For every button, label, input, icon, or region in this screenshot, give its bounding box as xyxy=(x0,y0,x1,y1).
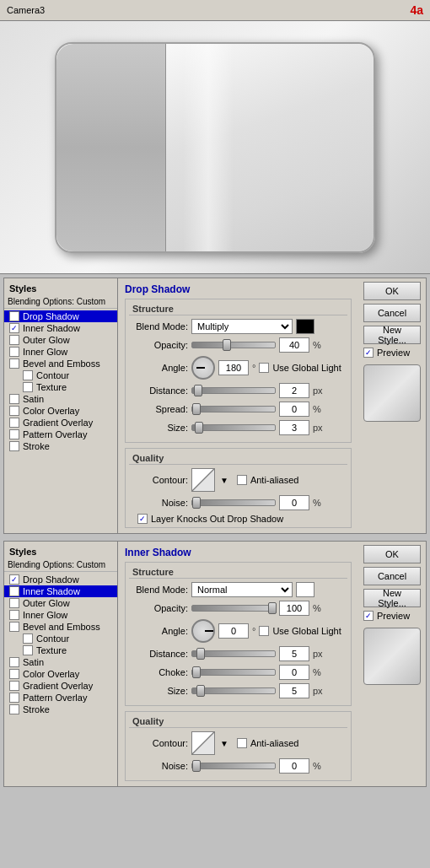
angle-dial-2[interactable] xyxy=(191,619,215,643)
spread-slider-1[interactable] xyxy=(191,406,276,412)
style-item-outer-glow-2[interactable]: Outer Glow xyxy=(4,597,117,609)
style-item-color-overlay-2[interactable]: Color Overlay xyxy=(4,668,117,680)
style-item-stroke-1[interactable]: Stroke xyxy=(4,440,117,452)
size-input-1[interactable] xyxy=(279,420,309,435)
angle-dial-1[interactable] xyxy=(191,356,215,380)
ok-button-1[interactable]: OK xyxy=(363,282,421,300)
checkbox-texture-2[interactable] xyxy=(23,645,33,655)
style-item-stroke-2[interactable]: Stroke xyxy=(4,704,117,715)
checkbox-color-overlay-1[interactable] xyxy=(9,406,19,416)
contour-dropdown-icon-1[interactable]: ▼ xyxy=(220,476,228,485)
checkbox-inner-shadow-1[interactable] xyxy=(9,323,19,333)
layer-knocks-check-1[interactable] xyxy=(137,514,148,524)
noise-slider-2[interactable] xyxy=(191,763,276,769)
checkbox-texture-1[interactable] xyxy=(23,382,33,392)
checkbox-inner-glow-2[interactable] xyxy=(9,610,19,620)
style-item-contour-1[interactable]: Contour xyxy=(4,369,117,381)
checkbox-color-overlay-2[interactable] xyxy=(9,669,19,679)
style-item-inner-shadow-2[interactable]: Inner Shadow xyxy=(4,585,117,597)
checkbox-gradient-overlay-2[interactable] xyxy=(9,681,19,691)
spread-thumb-1[interactable] xyxy=(192,403,201,415)
checkbox-satin-1[interactable] xyxy=(9,394,19,404)
blending-options-1[interactable]: Blending Options: Custom xyxy=(4,295,117,309)
anti-aliased-check-1[interactable] xyxy=(237,475,247,485)
checkbox-inner-shadow-2[interactable] xyxy=(9,586,19,596)
noise-input-1[interactable] xyxy=(279,495,309,510)
new-style-button-1[interactable]: New Style... xyxy=(363,326,421,344)
color-swatch-1[interactable] xyxy=(296,319,314,334)
distance-slider-1[interactable] xyxy=(191,387,276,394)
checkbox-pattern-overlay-2[interactable] xyxy=(9,693,19,703)
distance-slider-2[interactable] xyxy=(191,650,276,657)
opacity-thumb-1[interactable] xyxy=(223,339,231,351)
preview-check-2[interactable] xyxy=(363,611,374,621)
opacity-slider-1[interactable] xyxy=(191,342,276,348)
style-item-gradient-overlay-2[interactable]: Gradient Overlay xyxy=(4,680,117,692)
style-item-contour-2[interactable]: Contour xyxy=(4,633,117,644)
style-item-satin-2[interactable]: Satin xyxy=(4,656,117,668)
blend-mode-select-1[interactable]: Multiply xyxy=(191,319,293,334)
size-slider-2[interactable] xyxy=(191,687,276,694)
distance-input-1[interactable] xyxy=(279,383,309,398)
checkbox-inner-glow-1[interactable] xyxy=(9,347,19,357)
size-slider-1[interactable] xyxy=(191,424,276,431)
new-style-button-2[interactable]: New Style... xyxy=(363,589,421,607)
checkbox-contour-2[interactable] xyxy=(23,633,33,644)
style-item-gradient-overlay-1[interactable]: Gradient Overlay xyxy=(4,417,117,429)
style-item-satin-1[interactable]: Satin xyxy=(4,393,117,405)
blending-options-2[interactable]: Blending Options: Custom xyxy=(4,558,117,572)
opacity-input-1[interactable] xyxy=(279,337,309,353)
style-item-texture-2[interactable]: Texture xyxy=(4,644,117,656)
style-item-color-overlay-1[interactable]: Color Overlay xyxy=(4,405,117,417)
checkbox-outer-glow-1[interactable] xyxy=(9,335,19,345)
style-item-bevel-2[interactable]: Bevel and Emboss xyxy=(4,621,117,633)
checkbox-drop-shadow-1[interactable] xyxy=(9,311,19,321)
cancel-button-1[interactable]: Cancel xyxy=(363,304,421,322)
checkbox-drop-shadow-2[interactable] xyxy=(9,574,19,585)
cancel-button-2[interactable]: Cancel xyxy=(363,567,421,585)
checkbox-stroke-1[interactable] xyxy=(9,441,19,451)
noise-thumb-2[interactable] xyxy=(192,760,201,772)
style-item-pattern-overlay-1[interactable]: Pattern Overlay xyxy=(4,429,117,440)
choke-slider-2[interactable] xyxy=(191,669,276,676)
style-item-texture-1[interactable]: Texture xyxy=(4,381,117,393)
noise-thumb-1[interactable] xyxy=(192,497,201,509)
style-item-drop-shadow-2[interactable]: Drop Shadow xyxy=(4,574,117,585)
distance-thumb-2[interactable] xyxy=(196,648,205,660)
checkbox-bevel-2[interactable] xyxy=(9,622,19,632)
noise-slider-1[interactable] xyxy=(191,499,276,506)
style-item-drop-shadow-1[interactable]: Drop Shadow xyxy=(4,310,117,322)
preview-check-1[interactable] xyxy=(363,348,374,358)
anti-aliased-check-2[interactable] xyxy=(237,738,247,748)
checkbox-pattern-overlay-1[interactable] xyxy=(9,429,19,439)
style-item-bevel-1[interactable]: Bevel and Emboss xyxy=(4,358,117,369)
style-item-outer-glow-1[interactable]: Outer Glow xyxy=(4,334,117,346)
size-input-2[interactable] xyxy=(279,683,309,698)
style-item-inner-glow-2[interactable]: Inner Glow xyxy=(4,609,117,621)
checkbox-outer-glow-2[interactable] xyxy=(9,598,19,608)
size-thumb-2[interactable] xyxy=(196,685,205,697)
opacity-thumb-2[interactable] xyxy=(268,602,277,614)
checkbox-stroke-2[interactable] xyxy=(9,704,19,714)
angle-input-2[interactable] xyxy=(218,623,249,639)
choke-thumb-2[interactable] xyxy=(192,666,201,678)
contour-dropdown-icon-2[interactable]: ▼ xyxy=(220,739,228,748)
checkbox-bevel-1[interactable] xyxy=(9,359,19,369)
distance-input-2[interactable] xyxy=(279,646,309,661)
blend-mode-select-2[interactable]: Normal xyxy=(191,582,293,597)
angle-input-1[interactable] xyxy=(218,360,249,375)
checkbox-gradient-overlay-1[interactable] xyxy=(9,418,19,428)
opacity-slider-2[interactable] xyxy=(191,605,276,612)
global-light-check-2[interactable] xyxy=(259,626,269,636)
checkbox-satin-2[interactable] xyxy=(9,657,19,667)
contour-preview-2[interactable] xyxy=(191,731,215,755)
choke-input-2[interactable] xyxy=(279,665,309,680)
opacity-input-2[interactable] xyxy=(279,601,309,616)
contour-preview-1[interactable] xyxy=(191,468,215,492)
distance-thumb-1[interactable] xyxy=(194,385,202,396)
color-swatch-2[interactable] xyxy=(296,582,314,597)
style-item-inner-shadow-1[interactable]: Inner Shadow xyxy=(4,322,117,334)
style-item-inner-glow-1[interactable]: Inner Glow xyxy=(4,346,117,358)
noise-input-2[interactable] xyxy=(279,758,309,774)
size-thumb-1[interactable] xyxy=(195,422,203,434)
